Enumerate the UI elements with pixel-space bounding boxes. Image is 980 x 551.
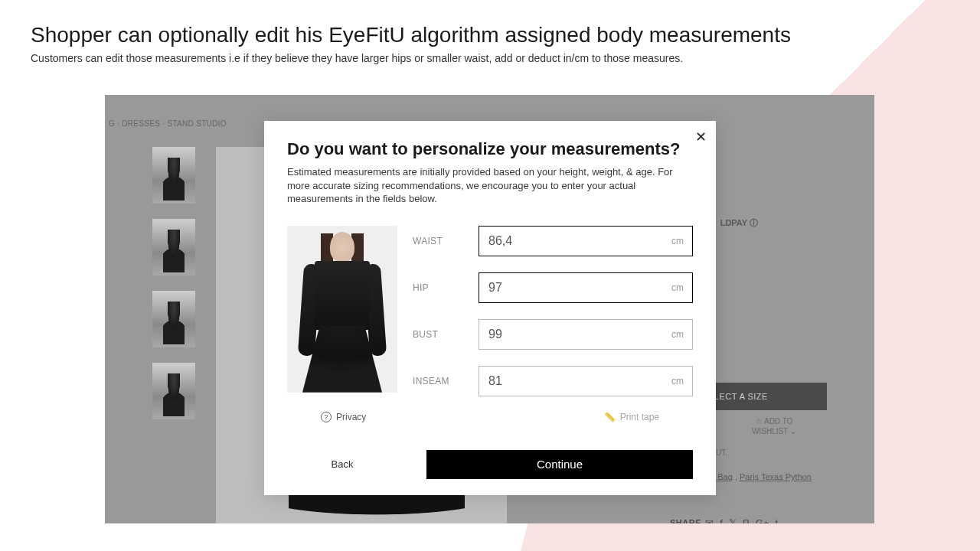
- back-button[interactable]: Back: [287, 458, 397, 470]
- waist-row: WAIST cm: [413, 226, 693, 256]
- page-title: Shopper can optionally edit his EyeFitU …: [31, 23, 791, 47]
- modal-description: Estimated measurements are initially pro…: [287, 165, 685, 206]
- hip-label: HIP: [413, 282, 466, 293]
- waist-label: WAIST: [413, 236, 466, 246]
- hip-row: HIP cm: [413, 272, 693, 303]
- thumbnail-2[interactable]: [152, 219, 195, 276]
- tape-icon: 📏: [604, 412, 616, 422]
- breadcrumb: G · DRESSES · STAND STUDIO: [109, 119, 227, 128]
- pinterest-icon[interactable]: P: [743, 517, 750, 523]
- tumblr-icon[interactable]: t: [775, 517, 778, 523]
- close-icon[interactable]: ✕: [695, 129, 707, 145]
- print-tape-link[interactable]: 📏 Print tape: [604, 412, 659, 422]
- share-label: SHARE: [670, 518, 701, 523]
- bust-unit: cm: [671, 329, 684, 340]
- print-tape-label: Print tape: [620, 412, 659, 422]
- measurement-fields: WAIST cm HIP cm BUST: [413, 226, 693, 396]
- info-icon: ⓘ: [750, 218, 758, 227]
- modal-title: Do you want to personalize your measurem…: [287, 139, 693, 159]
- thumbnail-4[interactable]: [152, 363, 195, 419]
- waist-unit: cm: [671, 236, 684, 246]
- privacy-link[interactable]: ? Privacy: [321, 412, 366, 422]
- waist-input[interactable]: [479, 226, 693, 256]
- ldpay-label: LDPAY ⓘ: [720, 217, 758, 229]
- inseam-row: INSEAM cm: [413, 366, 693, 396]
- inseam-label: INSEAM: [413, 376, 466, 386]
- bust-row: BUST cm: [413, 319, 693, 350]
- personalize-measurements-modal: ✕ Do you want to personalize your measur…: [264, 121, 716, 495]
- hip-input[interactable]: [479, 272, 693, 303]
- continue-button[interactable]: Continue: [426, 450, 693, 479]
- mail-icon[interactable]: ✉: [705, 517, 714, 523]
- facebook-icon[interactable]: f: [720, 517, 723, 523]
- main-product-image-skirt: [289, 493, 465, 523]
- product-thumbnails: [152, 147, 195, 419]
- page-subtitle: Customers can edit those measurements i.…: [31, 52, 683, 64]
- bust-label: BUST: [413, 329, 466, 340]
- help-icon: ?: [321, 412, 332, 422]
- share-icons: ✉ f 𝕏 P G+ t: [705, 517, 778, 523]
- thumbnail-1[interactable]: [152, 147, 195, 204]
- add-to-wishlist[interactable]: ☆ ADD TO WISHLIST ⌄: [752, 416, 796, 436]
- inseam-input[interactable]: [479, 366, 693, 396]
- product-figure: [287, 226, 397, 393]
- related-link-2[interactable]: Paris Texas Python: [740, 472, 812, 481]
- google-plus-icon[interactable]: G+: [756, 517, 769, 523]
- hip-unit: cm: [671, 282, 684, 293]
- privacy-label: Privacy: [336, 412, 366, 422]
- thumbnail-3[interactable]: [152, 291, 195, 347]
- inseam-unit: cm: [671, 376, 684, 386]
- twitter-icon[interactable]: 𝕏: [729, 517, 737, 523]
- screenshot-frame: G · DRESSES · STAND STUDIO LDPAY ⓘ SELEC…: [105, 95, 874, 523]
- bust-input[interactable]: [479, 319, 693, 350]
